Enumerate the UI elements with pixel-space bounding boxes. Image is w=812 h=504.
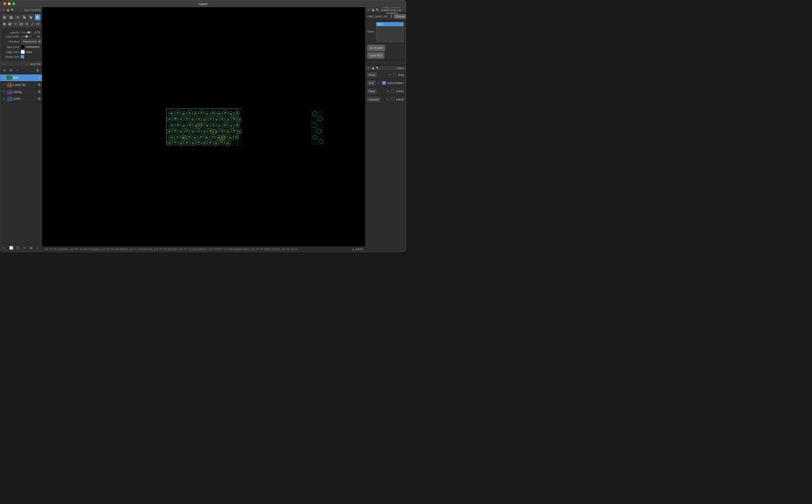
- new-points-tool[interactable]: [2, 21, 7, 27]
- extra2-select[interactable]: example test: [367, 97, 380, 102]
- filters-lock-icon[interactable]: 🔒: [371, 66, 375, 70]
- concentration-select[interactable]: 10.0 5.0: [367, 80, 375, 85]
- layer-controls-header: ✕ 🔒 🔍 layer controls: [0, 7, 42, 13]
- svg-point-108: [227, 130, 230, 133]
- layer-item-dapi[interactable]: 👁 DAPI 🖼: [0, 95, 42, 102]
- home-btn[interactable]: ⌂: [35, 245, 40, 251]
- layer-controls-title: layer controls: [24, 8, 40, 11]
- grid-btn[interactable]: ⊞: [29, 245, 33, 251]
- cursor-alt-tool[interactable]: [28, 14, 34, 20]
- layer-visibility-b03[interactable]: 👁: [2, 76, 6, 80]
- select-vertices-tool[interactable]: [2, 14, 7, 20]
- concentration-checkbox[interactable]: ✓: [382, 81, 386, 85]
- display-text-row: display text: ✓: [2, 55, 40, 58]
- rp-header-icons: ✕ 🔒 🔍: [367, 8, 379, 12]
- drug-checkbox[interactable]: [393, 73, 397, 76]
- extra1-select[interactable]: False True: [367, 89, 377, 94]
- svg-point-78: [212, 124, 215, 126]
- panel-close-icon[interactable]: ✕: [2, 8, 5, 12]
- svg-point-38: [168, 118, 171, 121]
- panel-lock-icon[interactable]: 🔒: [6, 8, 10, 12]
- extra2-select-wrapper: example test: [367, 97, 390, 102]
- terminal-btn[interactable]: >_: [2, 245, 7, 251]
- filters-close-icon[interactable]: ✕: [367, 66, 370, 70]
- filters-search-icon[interactable]: 🔍: [376, 66, 379, 70]
- svg-point-112: [239, 131, 241, 133]
- delete-layer-btn[interactable]: 🗑: [35, 68, 40, 73]
- edge-color-swatch[interactable]: [21, 50, 25, 54]
- svg-point-80: [218, 125, 221, 127]
- svg-point-46: [191, 118, 194, 121]
- extra1-checkbox[interactable]: [391, 89, 395, 93]
- layer-name-nanog: nanog: [13, 90, 37, 94]
- maximize-button[interactable]: [12, 2, 15, 5]
- layer-visibility-laminb1[interactable]: 👁: [2, 83, 6, 87]
- extra2-checkbox[interactable]: [391, 98, 395, 101]
- layer-item-laminb1[interactable]: 👁 Lamin B1 🖼: [0, 81, 42, 88]
- edge-width-thumb[interactable]: [25, 35, 28, 38]
- activity-label: activity: [355, 248, 363, 251]
- select-shapes-tool[interactable]: [7, 21, 12, 27]
- panel-search-icon[interactable]: 🔍: [11, 8, 14, 12]
- filters-more-dots[interactable]: ···: [365, 60, 406, 65]
- svg-point-162: [212, 130, 215, 133]
- svg-point-56: [221, 118, 224, 120]
- blending-select[interactable]: translucent additive opaque: [21, 39, 42, 44]
- new-path-tool[interactable]: [35, 21, 40, 27]
- layers-btn[interactable]: ≡: [22, 245, 27, 251]
- svg-point-34: [230, 113, 233, 115]
- rp-search-icon[interactable]: 🔍: [376, 8, 379, 12]
- layer-item-nanog[interactable]: 👁 nanog 🖼: [0, 88, 42, 95]
- new-ellipse-tool[interactable]: [24, 21, 29, 27]
- select-transform-tool[interactable]: [8, 14, 14, 20]
- cube-btn[interactable]: ⬛: [15, 245, 20, 251]
- microscopy-image[interactable]: [166, 108, 242, 145]
- go-to-well-button[interactable]: Go to well: [367, 45, 385, 51]
- load-roi-button[interactable]: Load ROI: [367, 52, 385, 59]
- svg-point-58: [227, 119, 230, 121]
- select-all-btn[interactable]: ⊞: [8, 68, 14, 73]
- wells-list[interactable]: B03: [376, 22, 404, 42]
- well-item-b03[interactable]: B03: [376, 22, 404, 26]
- new-line-tool[interactable]: [30, 21, 35, 27]
- delete-tool[interactable]: [15, 14, 21, 20]
- opacity-value: 0.70: [33, 31, 40, 34]
- square-btn[interactable]: ⬜: [9, 245, 14, 251]
- layer-visibility-dapi[interactable]: 👁: [2, 97, 6, 101]
- layer-list-dots[interactable]: ···: [2, 62, 4, 65]
- layer-item-b03[interactable]: 👁 B03 ▶: [0, 74, 42, 81]
- svg-point-30: [217, 113, 221, 115]
- window-controls: [3, 2, 15, 5]
- new-rectangle-tool[interactable]: [19, 21, 24, 27]
- filters-header: ✕ 🔒 🔍 Filters: [365, 65, 406, 71]
- svg-point-40: [173, 117, 177, 120]
- drug-select[interactable]: drug1 drug2: [367, 72, 377, 77]
- face-color-swatch[interactable]: [21, 45, 25, 49]
- rp-lock-icon[interactable]: 🔒: [371, 8, 375, 12]
- svg-point-146: [191, 142, 194, 144]
- svg-point-92: [179, 130, 183, 133]
- edge-color-row: edge color: white: [2, 50, 40, 54]
- minimize-button[interactable]: [8, 2, 11, 5]
- lasso-tool[interactable]: [13, 21, 18, 27]
- svg-point-32: [224, 112, 227, 114]
- svg-line-3: [32, 16, 32, 16]
- add-points-btn[interactable]: ⊕: [2, 68, 7, 73]
- layer-type-b03: ▶: [38, 76, 40, 79]
- opacity-slider[interactable]: [21, 32, 32, 33]
- activity-button[interactable]: ▲ activity: [352, 248, 363, 251]
- rp-close-icon[interactable]: ✕: [367, 8, 370, 12]
- canvas-area[interactable]: [42, 7, 365, 246]
- close-button[interactable]: [3, 2, 6, 5]
- cursor-tool[interactable]: [21, 14, 27, 20]
- svg-point-70: [188, 124, 191, 126]
- move-tool[interactable]: [35, 14, 40, 20]
- opacity-row: opacity: 0.70: [2, 31, 40, 34]
- lasso-select-btn[interactable]: ⚬: [15, 68, 20, 73]
- choose-directory-button[interactable]: Choose directory: [394, 14, 406, 19]
- opacity-slider-container: 0.70: [21, 31, 40, 34]
- layer-visibility-nanog[interactable]: 👁: [2, 90, 6, 94]
- opacity-thumb[interactable]: [27, 31, 30, 34]
- display-text-checkbox[interactable]: ✓: [21, 55, 24, 58]
- edge-width-slider[interactable]: [21, 36, 32, 37]
